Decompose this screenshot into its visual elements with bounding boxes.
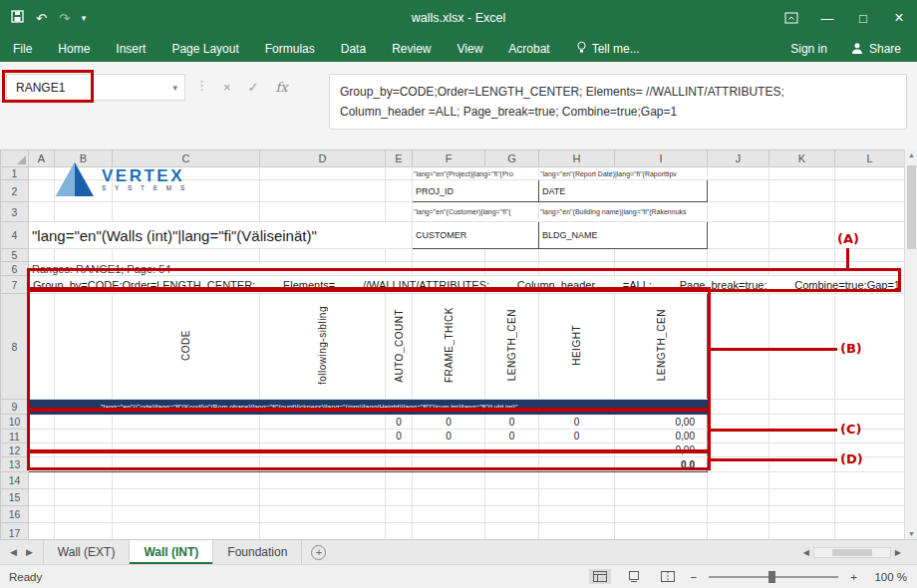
cell[interactable] bbox=[835, 222, 905, 249]
row-header-3[interactable]: 3 bbox=[1, 202, 29, 222]
cell[interactable] bbox=[769, 472, 835, 489]
cell-group-by-formula[interactable]: Group_by=CODE;Order=LENGTH_CENTER; Eleme… bbox=[29, 276, 905, 294]
cell-lang-header-row[interactable]: "lang="en"(Code)|lang="fi"(Koodi)n"(Bom … bbox=[29, 400, 708, 415]
cell[interactable] bbox=[615, 262, 708, 276]
cell[interactable] bbox=[835, 262, 905, 276]
row-header-10[interactable]: 10 bbox=[1, 415, 29, 430]
cell[interactable] bbox=[260, 472, 386, 489]
cell[interactable] bbox=[386, 180, 413, 202]
cell[interactable] bbox=[413, 489, 485, 506]
row-header-13[interactable]: 13 bbox=[1, 457, 29, 472]
cell[interactable] bbox=[29, 443, 55, 457]
cell-total[interactable]: 0,0 bbox=[615, 457, 708, 472]
zoom-slider-thumb[interactable] bbox=[768, 571, 775, 583]
cell-value[interactable]: 0,00 bbox=[615, 415, 708, 430]
cell[interactable] bbox=[55, 202, 113, 222]
hscroll-left-icon[interactable]: ◀ bbox=[803, 548, 809, 557]
zoom-slider[interactable] bbox=[709, 576, 838, 578]
sheet-next-icon[interactable]: ▶ bbox=[26, 547, 33, 557]
cell-ranges[interactable]: Ranges: RANGE1; Page: 54 bbox=[29, 262, 413, 276]
cell[interactable] bbox=[769, 506, 835, 523]
cell-proj-id[interactable]: PROJ_ID bbox=[413, 180, 539, 202]
cell[interactable] bbox=[835, 415, 905, 430]
row-header-11[interactable]: 11 bbox=[1, 430, 29, 443]
cell[interactable] bbox=[113, 472, 260, 489]
cell-value[interactable]: 0,00 bbox=[615, 430, 708, 443]
col-header-e[interactable]: E bbox=[386, 150, 413, 167]
cell[interactable] bbox=[708, 180, 769, 202]
cell-header-following-sibling[interactable]: following-sibling bbox=[260, 294, 386, 400]
cell[interactable] bbox=[413, 472, 485, 489]
cell[interactable] bbox=[113, 457, 260, 472]
cell[interactable] bbox=[29, 294, 55, 400]
formula-bar-handle-icon[interactable]: ⋮ bbox=[195, 78, 208, 93]
cell[interactable] bbox=[708, 430, 769, 443]
col-header-f[interactable]: F bbox=[413, 150, 485, 167]
cell[interactable] bbox=[413, 506, 485, 523]
cell-header-length-cen-2[interactable]: LENGTH_CEN bbox=[615, 294, 708, 400]
cell[interactable] bbox=[386, 249, 413, 262]
col-header-h[interactable]: H bbox=[539, 150, 615, 167]
undo-icon[interactable]: ↶ bbox=[36, 11, 47, 26]
cell[interactable] bbox=[485, 523, 539, 540]
sheet-tab-wall-int[interactable]: Wall (INT) bbox=[130, 540, 213, 564]
sheet-tab-foundation[interactable]: Foundation bbox=[213, 540, 302, 564]
cell[interactable] bbox=[485, 249, 539, 262]
col-header-l[interactable]: L bbox=[835, 150, 905, 167]
cell[interactable] bbox=[113, 415, 260, 430]
cell[interactable] bbox=[769, 523, 835, 540]
save-icon[interactable] bbox=[11, 10, 24, 26]
zoom-in-icon[interactable]: + bbox=[850, 571, 857, 583]
view-page-break-icon[interactable] bbox=[657, 569, 679, 584]
row-header-17[interactable]: 17 bbox=[1, 523, 29, 540]
tab-formulas[interactable]: Formulas bbox=[252, 36, 328, 62]
cell[interactable] bbox=[835, 202, 905, 222]
cell[interactable] bbox=[55, 167, 113, 180]
row-header-8[interactable]: 8 bbox=[1, 294, 29, 400]
cell[interactable] bbox=[260, 506, 386, 523]
cell-date[interactable]: DATE bbox=[539, 180, 708, 202]
cell[interactable] bbox=[55, 415, 113, 430]
cell-value[interactable] bbox=[539, 443, 615, 457]
cell[interactable] bbox=[835, 294, 905, 400]
cell[interactable] bbox=[260, 457, 386, 472]
cell[interactable] bbox=[113, 523, 260, 540]
cell[interactable] bbox=[835, 457, 905, 472]
cell[interactable] bbox=[708, 222, 769, 249]
cell-value[interactable]: 0 bbox=[485, 415, 539, 430]
enter-icon[interactable]: ✓ bbox=[248, 80, 259, 95]
cell[interactable] bbox=[708, 294, 769, 400]
cell[interactable] bbox=[539, 472, 615, 489]
cell[interactable] bbox=[485, 472, 539, 489]
scroll-down-icon[interactable]: ▼ bbox=[905, 530, 917, 537]
cell[interactable] bbox=[615, 506, 708, 523]
cell[interactable] bbox=[29, 489, 55, 506]
sheet-prev-icon[interactable]: ◀ bbox=[10, 547, 17, 557]
cell[interactable] bbox=[29, 415, 55, 430]
sign-in-button[interactable]: Sign in bbox=[776, 42, 841, 56]
cell[interactable] bbox=[413, 262, 485, 276]
cell[interactable] bbox=[29, 523, 55, 540]
horizontal-scrollbar[interactable]: ◀ ▶ bbox=[803, 540, 917, 564]
cell[interactable] bbox=[386, 202, 413, 222]
col-header-g[interactable]: G bbox=[485, 150, 539, 167]
minimize-icon[interactable]: — bbox=[809, 0, 845, 36]
cell[interactable] bbox=[386, 506, 413, 523]
cell[interactable] bbox=[113, 489, 260, 506]
cell[interactable] bbox=[55, 523, 113, 540]
cell[interactable] bbox=[386, 457, 413, 472]
cell[interactable] bbox=[835, 472, 905, 489]
cell[interactable] bbox=[539, 506, 615, 523]
row-header-15[interactable]: 15 bbox=[1, 489, 29, 506]
cell[interactable] bbox=[769, 430, 835, 443]
view-page-layout-icon[interactable] bbox=[623, 569, 645, 584]
cell-value[interactable]: 0 bbox=[386, 430, 413, 443]
close-icon[interactable]: × bbox=[881, 0, 917, 36]
horizontal-scroll-track[interactable] bbox=[813, 547, 891, 558]
tab-home[interactable]: Home bbox=[45, 36, 103, 62]
name-box-caret-icon[interactable]: ▾ bbox=[172, 83, 184, 93]
cell[interactable] bbox=[708, 506, 769, 523]
row-header-9[interactable]: 9 bbox=[1, 400, 29, 415]
cell-customer[interactable]: CUSTOMER bbox=[413, 222, 539, 249]
cell[interactable] bbox=[539, 523, 615, 540]
